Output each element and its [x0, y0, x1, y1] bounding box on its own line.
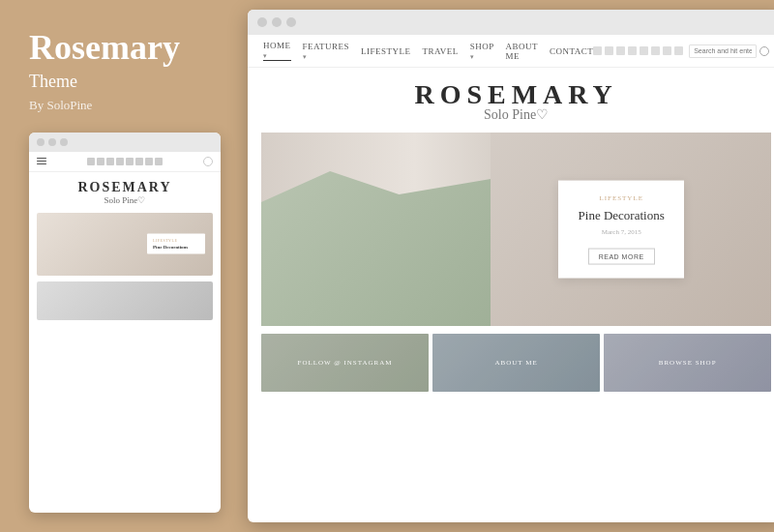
nav-item-shop[interactable]: SHOP ▾ — [470, 42, 494, 61]
mini-logo-script: Solo Pine♡ — [37, 195, 213, 205]
nav-item-lifestyle[interactable]: LIFESTYLE — [361, 46, 411, 56]
grid-item-instagram[interactable]: FOLLOW @ INSTAGRAM — [261, 334, 429, 392]
hero-card-title: Pine Decorations — [576, 208, 667, 224]
social-icon-i — [616, 46, 625, 55]
hero-section: LIFESTYLE Pine Decorations March 7, 2015… — [261, 133, 771, 326]
nav-item-about[interactable]: ABOUT ME — [506, 42, 538, 61]
social-icon-t — [605, 46, 613, 55]
nav-item-home[interactable]: HOME ▾ — [263, 41, 291, 61]
grid-label-shop: BROWSE SHOP — [659, 359, 717, 367]
hero-card-date: March 7, 2015 — [576, 227, 667, 235]
nav-arrow-shop: ▾ — [470, 53, 475, 61]
theme-title: Rosemary — [29, 29, 221, 68]
site-logo-area: ROSEMARY Solo Pine♡ — [248, 68, 774, 133]
mini-hero: LIFESTYLE Pine Decorations — [37, 213, 213, 276]
grid-overlay-shop: BROWSE SHOP — [604, 334, 771, 392]
mini-dot-yellow — [48, 138, 56, 146]
grid-item-shop[interactable]: BROWSE SHOP — [604, 334, 771, 392]
mini-logo-text: ROSEMARY — [37, 180, 213, 195]
mini-social-icon — [106, 158, 114, 165]
mini-dot-red — [37, 138, 45, 146]
mini-social-icon — [126, 158, 134, 165]
mini-content: ROSEMARY Solo Pine♡ LIFESTYLE Pine Decor… — [29, 172, 221, 328]
main-browser: HOME ▾ FEATURES ▾ LIFESTYLE TRAVEL SHOP … — [248, 10, 774, 522]
search-bar — [689, 44, 769, 58]
hero-card: LIFESTYLE Pine Decorations March 7, 2015… — [558, 181, 684, 279]
mini-hero-card: LIFESTYLE Pine Decorations — [147, 234, 205, 254]
mini-social-icon — [135, 158, 143, 165]
mini-dot-green — [60, 138, 68, 146]
main-dot-green — [286, 17, 296, 27]
social-icon-p — [628, 46, 637, 55]
main-nav: HOME ▾ FEATURES ▾ LIFESTYLE TRAVEL SHOP … — [248, 35, 774, 68]
mini-social-icon — [87, 158, 95, 165]
hero-card-category: LIFESTYLE — [576, 194, 667, 202]
mini-card-title: Pine Decorations — [153, 245, 199, 251]
mini-card-category: LIFESTYLE — [153, 238, 199, 243]
mini-social-icon — [116, 158, 124, 165]
social-icon-cart — [674, 46, 683, 55]
mini-hamburger-icon — [37, 158, 46, 165]
mini-nav — [29, 152, 221, 172]
search-input[interactable] — [689, 44, 757, 58]
theme-subtitle: Theme — [29, 72, 221, 92]
main-content: ROSEMARY Solo Pine♡ LIFESTYLE Pine Decor… — [248, 68, 774, 522]
mini-social-icon — [155, 158, 163, 165]
hero-background — [261, 133, 771, 326]
mini-search-icon — [203, 157, 213, 166]
social-icon-f — [593, 46, 602, 55]
site-logo-script: Solo Pine♡ — [248, 106, 774, 123]
grid-overlay-instagram: FOLLOW @ INSTAGRAM — [261, 334, 429, 392]
main-dot-yellow — [272, 17, 282, 27]
left-panel: Rosemary Theme By SoloPine — [0, 0, 240, 532]
grid-label-about: ABOUT ME — [494, 359, 537, 367]
theme-author: By SoloPine — [29, 98, 221, 113]
nav-item-contact[interactable]: CONTACT — [550, 46, 593, 56]
mini-small-image — [37, 281, 213, 320]
mini-logo: ROSEMARY Solo Pine♡ — [37, 180, 213, 205]
social-bar — [593, 46, 683, 55]
bottom-grid: FOLLOW @ INSTAGRAM ABOUT ME BROWSE SHOP — [261, 334, 771, 392]
social-icon-g — [640, 46, 648, 55]
mini-social-icon — [97, 158, 104, 165]
grid-label-instagram: FOLLOW @ INSTAGRAM — [298, 359, 393, 367]
social-icon-rss — [663, 46, 671, 55]
main-nav-left: HOME ▾ FEATURES ▾ LIFESTYLE TRAVEL SHOP … — [263, 41, 593, 61]
mini-browser-bar — [29, 133, 221, 152]
nav-item-travel[interactable]: TRAVEL — [423, 46, 459, 56]
main-nav-right — [593, 44, 769, 58]
nav-arrow-home: ▾ — [263, 52, 268, 60]
nav-arrow-features: ▾ — [303, 53, 308, 61]
mini-social-icons — [87, 158, 163, 165]
search-icon[interactable] — [759, 46, 769, 56]
grid-overlay-about: ABOUT ME — [432, 334, 600, 392]
main-dot-red — [257, 17, 267, 27]
social-icon-h — [651, 46, 660, 55]
mini-social-icon — [145, 158, 153, 165]
right-panel: HOME ▾ FEATURES ▾ LIFESTYLE TRAVEL SHOP … — [240, 0, 774, 532]
hero-plants-decoration — [261, 171, 491, 326]
hero-read-more-button[interactable]: READ MORE — [588, 248, 655, 264]
grid-item-about[interactable]: ABOUT ME — [432, 334, 600, 392]
mini-browser-preview: ROSEMARY Solo Pine♡ LIFESTYLE Pine Decor… — [29, 133, 221, 513]
main-browser-bar — [248, 10, 774, 35]
nav-item-features[interactable]: FEATURES ▾ — [303, 42, 350, 61]
